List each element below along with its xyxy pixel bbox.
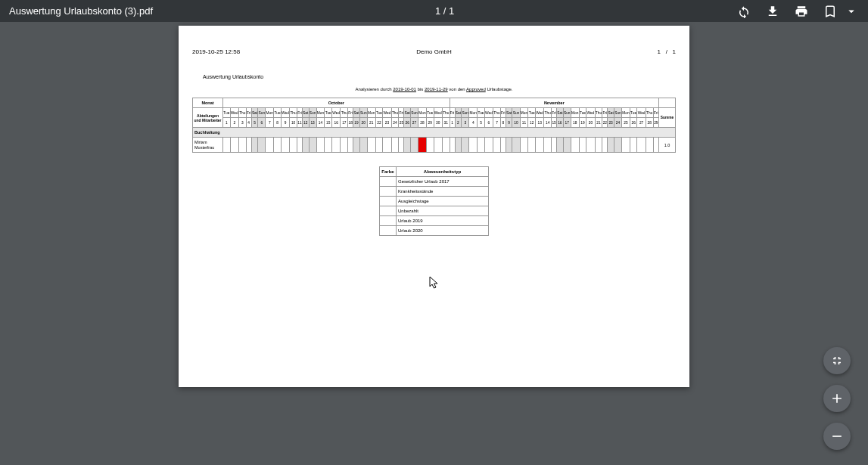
th-dept: Abteilungen und Mitarbeiter (193, 108, 223, 128)
zoom-in-button[interactable] (823, 385, 851, 412)
report-title: Auswertung Urlaubskonto (203, 74, 676, 79)
print-icon[interactable] (794, 4, 809, 19)
legend-item: Krankheitsstände (397, 187, 489, 197)
report-subtitle: Analysieren durch 2019-10-01 bis 2019-11… (192, 87, 676, 91)
th-november: November (450, 98, 658, 108)
pdf-page: 2019-10-25 12:58 Demo GmbH 1 / 1 Auswert… (179, 26, 689, 387)
bookmark-icon[interactable] (823, 4, 838, 19)
calendar-table: Monat October November Abteilungen und M… (192, 98, 676, 153)
file-title: Auswertung Urlaubskonto (3).pdf (9, 5, 153, 17)
employee-sum: 1.0 (659, 138, 676, 153)
legend-farbe-head: Farbe (380, 167, 397, 177)
legend-type-head: Abwesenheitstyp (397, 167, 489, 177)
dept-row: Buchhaltung (193, 128, 676, 138)
doc-company: Demo GmbH (416, 48, 452, 55)
th-october: October (223, 98, 450, 108)
zoom-controls (823, 347, 851, 450)
download-icon[interactable] (765, 4, 780, 19)
legend-item: Urlaub 2019 (397, 216, 489, 226)
legend-table: Farbe Abwesenheitstyp Gesetzlicher Urlau… (379, 166, 489, 236)
page-indicator: 1 / 1 (153, 5, 736, 17)
pdf-toolbar: Auswertung Urlaubskonto (3).pdf 1 / 1 (0, 0, 868, 22)
rotate-icon[interactable] (736, 4, 751, 19)
legend-item: Unbezahlt (397, 206, 489, 216)
legend-item: Gesetzlicher Urlaub 2017 (397, 177, 489, 187)
pdf-viewer: 2019-10-25 12:58 Demo GmbH 1 / 1 Auswert… (0, 22, 868, 465)
zoom-out-button[interactable] (823, 423, 851, 450)
legend-item: Urlaub 2020 (397, 226, 489, 236)
fit-page-button[interactable] (823, 347, 851, 374)
th-monat: Monat (193, 98, 223, 108)
chevron-down-icon[interactable] (844, 4, 859, 19)
employee-name: Miriam Musterfrau (193, 138, 223, 153)
doc-timestamp: 2019-10-25 12:58 (192, 48, 240, 55)
legend-item: Ausgleichstage (397, 197, 489, 206)
doc-pagination: 1 / 1 (658, 48, 676, 55)
